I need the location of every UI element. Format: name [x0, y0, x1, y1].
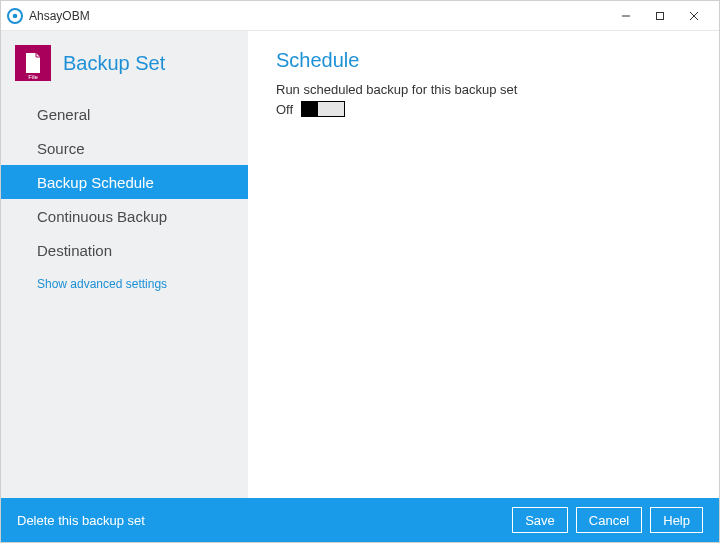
schedule-toggle-row: Off	[276, 101, 691, 117]
svg-point-1	[13, 13, 18, 18]
sidebar-item-label: General	[37, 106, 90, 123]
save-button[interactable]: Save	[512, 507, 568, 533]
file-icon: File	[15, 45, 51, 81]
sidebar-items: General Source Backup Schedule Continuou…	[1, 97, 248, 267]
sidebar-item-backup-schedule[interactable]: Backup Schedule	[1, 165, 248, 199]
schedule-description: Run scheduled backup for this backup set	[276, 82, 691, 97]
page-title: Schedule	[276, 49, 691, 72]
main-panel: Schedule Run scheduled backup for this b…	[248, 31, 719, 498]
schedule-toggle[interactable]	[301, 101, 345, 117]
sidebar-item-label: Backup Schedule	[37, 174, 154, 191]
sidebar-header: File Backup Set	[1, 31, 248, 93]
cancel-button[interactable]: Cancel	[576, 507, 642, 533]
app-title: AhsayOBM	[29, 9, 90, 23]
sidebar-item-general[interactable]: General	[1, 97, 248, 131]
maximize-button[interactable]	[643, 4, 677, 28]
toggle-state-label: Off	[276, 102, 293, 117]
close-button[interactable]	[677, 4, 711, 28]
show-advanced-link[interactable]: Show advanced settings	[1, 267, 248, 291]
sidebar-item-label: Source	[37, 140, 85, 157]
sidebar-item-destination[interactable]: Destination	[1, 233, 248, 267]
app-window: AhsayOBM File Backup Set	[0, 0, 720, 543]
app-logo-icon	[7, 8, 23, 24]
sidebar-title: Backup Set	[63, 52, 165, 75]
footer: Delete this backup set Save Cancel Help	[1, 498, 719, 542]
svg-rect-3	[657, 12, 664, 19]
help-button[interactable]: Help	[650, 507, 703, 533]
sidebar-item-source[interactable]: Source	[1, 131, 248, 165]
sidebar-item-label: Destination	[37, 242, 112, 259]
minimize-button[interactable]	[609, 4, 643, 28]
sidebar-item-continuous-backup[interactable]: Continuous Backup	[1, 199, 248, 233]
body: File Backup Set General Source Backup Sc…	[1, 31, 719, 498]
toggle-knob	[302, 102, 318, 116]
sidebar-item-label: Continuous Backup	[37, 208, 167, 225]
sidebar: File Backup Set General Source Backup Sc…	[1, 31, 248, 498]
delete-backup-link[interactable]: Delete this backup set	[17, 513, 145, 528]
file-icon-label: File	[15, 74, 51, 80]
titlebar: AhsayOBM	[1, 1, 719, 31]
